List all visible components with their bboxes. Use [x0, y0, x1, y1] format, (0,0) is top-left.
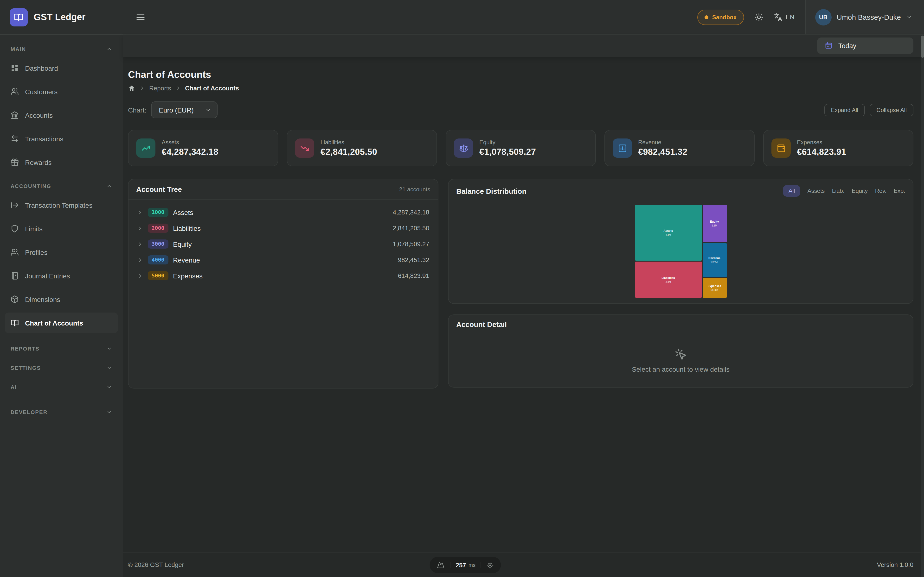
- menu-icon[interactable]: [136, 12, 145, 22]
- sidebar-section-ai[interactable]: AI: [0, 377, 123, 397]
- collapse-all-button[interactable]: Collapse All: [870, 104, 913, 116]
- chevron-down-icon: [205, 107, 211, 113]
- filter-all[interactable]: All: [783, 185, 800, 197]
- language-selector[interactable]: EN: [774, 13, 794, 21]
- account-name: Liabilities: [173, 224, 201, 232]
- treemap-tile-expenses[interactable]: Expenses 614.8K: [703, 278, 727, 298]
- sidebar-section-main[interactable]: MAIN: [0, 41, 123, 55]
- chart-select-label: Chart:: [128, 106, 146, 114]
- filter-revenue[interactable]: Rev.: [875, 187, 887, 194]
- scrollbar-thumb[interactable]: [921, 35, 924, 58]
- today-button[interactable]: Today: [817, 37, 913, 54]
- toolbar: Chart: Euro (EUR) Expand All Collapse Al…: [128, 102, 913, 118]
- breadcrumb-reports[interactable]: Reports: [149, 85, 171, 92]
- latency-value: 257: [456, 561, 466, 569]
- tile-value: 2.8M: [666, 280, 671, 283]
- sidebar-nav: MAIN Dashboard Customers Accounts Transa…: [0, 35, 123, 422]
- tree-row-equity[interactable]: 3000 Equity 1,078,509.27: [132, 236, 434, 252]
- treemap-tile-liabilities[interactable]: Liabilities 2.8M: [635, 261, 701, 298]
- tree-row-expenses[interactable]: 5000 Expenses 614,823.91: [132, 268, 434, 284]
- sidebar-item-label: Transaction Templates: [25, 201, 92, 209]
- sidebar-item-profiles[interactable]: Profiles: [5, 242, 118, 263]
- tile-label: Equity: [710, 220, 719, 223]
- sidebar-item-label: Transactions: [25, 135, 63, 143]
- sidebar-item-label: Limits: [25, 225, 43, 232]
- chevron-right-icon[interactable]: [137, 257, 143, 263]
- sandbox-badge[interactable]: Sandbox: [697, 10, 744, 25]
- liabilities-card[interactable]: Liabilities €2,841,205.50: [287, 130, 437, 166]
- sidebar-item-dashboard[interactable]: Dashboard: [5, 58, 118, 78]
- equity-card[interactable]: Equity €1,078,509.27: [446, 130, 596, 166]
- card-value: €2,841,205.50: [320, 147, 377, 157]
- sidebar-section-developer[interactable]: DEVELOPER: [0, 403, 123, 422]
- home-icon[interactable]: [128, 85, 135, 92]
- tile-value: 614.8K: [711, 288, 718, 291]
- latency-widget[interactable]: 257 ms: [430, 557, 501, 573]
- sidebar-item-accounts[interactable]: Accounts: [5, 105, 118, 126]
- account-balance: 1,078,509.27: [393, 240, 429, 248]
- tile-value: 982.5K: [711, 261, 718, 263]
- sidebar-item-chart-of-accounts[interactable]: Chart of Accounts: [5, 313, 118, 333]
- card-label: Assets: [162, 139, 218, 146]
- tree-row-revenue[interactable]: 4000 Revenue 982,451.32: [132, 252, 434, 268]
- sidebar-item-rewards[interactable]: Rewards: [5, 152, 118, 172]
- divider: [450, 562, 451, 568]
- chevron-right-icon[interactable]: [137, 273, 143, 279]
- card-value: €614,823.91: [797, 147, 846, 157]
- filter-equity[interactable]: Equity: [852, 187, 868, 194]
- chart-select[interactable]: Euro (EUR): [151, 102, 218, 118]
- trending-up-icon: [136, 139, 155, 158]
- locate-icon[interactable]: [486, 561, 494, 569]
- section-label: MAIN: [11, 46, 26, 52]
- tree-row-assets[interactable]: 1000 Assets 4,287,342.18: [132, 205, 434, 220]
- sidebar-section-accounting[interactable]: ACCOUNTING: [0, 178, 123, 192]
- treemap-tile-revenue[interactable]: Revenue 982.5K: [703, 243, 727, 277]
- tree-row-liabilities[interactable]: 2000 Liabilities 2,841,205.50: [132, 220, 434, 236]
- book-open-icon: [10, 8, 28, 26]
- assets-card[interactable]: Assets €4,287,342.18: [128, 130, 278, 166]
- language-code: EN: [786, 13, 794, 21]
- section-label: AI: [11, 384, 17, 390]
- treemap-tile-assets[interactable]: Assets 4.3M: [635, 205, 701, 261]
- tile-value: 1.1M: [712, 224, 717, 227]
- card-label: Liabilities: [320, 139, 377, 146]
- filter-expenses[interactable]: Exp.: [894, 187, 905, 194]
- account-balance: 614,823.91: [398, 272, 429, 279]
- sidebar-section-settings[interactable]: SETTINGS: [0, 358, 123, 377]
- chevron-down-icon: [107, 346, 112, 351]
- card-label: Revenue: [638, 139, 688, 146]
- user-menu[interactable]: UB Umoh Bassey-Duke: [805, 0, 924, 34]
- app-window: GST Ledger MAIN Dashboard Customers Acco…: [0, 0, 924, 577]
- sidebar-item-label: Profiles: [25, 248, 47, 256]
- sidebar-item-transactions[interactable]: Transactions: [5, 128, 118, 149]
- sidebar-item-journal-entries[interactable]: Journal Entries: [5, 266, 118, 286]
- breadcrumb: Reports Chart of Accounts: [128, 85, 913, 92]
- sidebar-item-label: Dimensions: [25, 295, 60, 303]
- expenses-card[interactable]: Expenses €614,823.91: [763, 130, 913, 166]
- app-logo[interactable]: GST Ledger: [0, 0, 123, 35]
- chevron-right-icon[interactable]: [137, 210, 143, 215]
- sidebar-item-customers[interactable]: Customers: [5, 81, 118, 102]
- panel-title: Account Tree: [136, 185, 182, 193]
- sidebar-section-reports[interactable]: REPORTS: [0, 339, 123, 358]
- expand-all-button[interactable]: Expand All: [824, 104, 865, 116]
- chevron-down-icon: [107, 409, 112, 415]
- treemap-tile-equity[interactable]: Equity 1.1M: [703, 205, 727, 242]
- sidebar-item-label: Chart of Accounts: [25, 319, 83, 327]
- filter-liabilities[interactable]: Liab.: [832, 187, 845, 194]
- theme-toggle-icon[interactable]: [754, 13, 763, 21]
- sidebar-item-limits[interactable]: Limits: [5, 218, 118, 239]
- filter-assets[interactable]: Assets: [808, 187, 825, 194]
- scrollbar[interactable]: [921, 35, 924, 577]
- chevron-right-icon[interactable]: [137, 225, 143, 231]
- panel-title: Balance Distribution: [456, 187, 527, 195]
- account-code-badge: 3000: [148, 239, 168, 248]
- sidebar-item-dimensions[interactable]: Dimensions: [5, 289, 118, 309]
- sidebar-item-transaction-templates[interactable]: Transaction Templates: [5, 195, 118, 215]
- status-dot: [704, 15, 708, 19]
- gift-icon: [11, 158, 19, 166]
- avatar: UB: [815, 9, 831, 25]
- chevron-right-icon[interactable]: [137, 241, 143, 247]
- revenue-card[interactable]: Revenue €982,451.32: [604, 130, 754, 166]
- notebook-icon: [11, 272, 19, 280]
